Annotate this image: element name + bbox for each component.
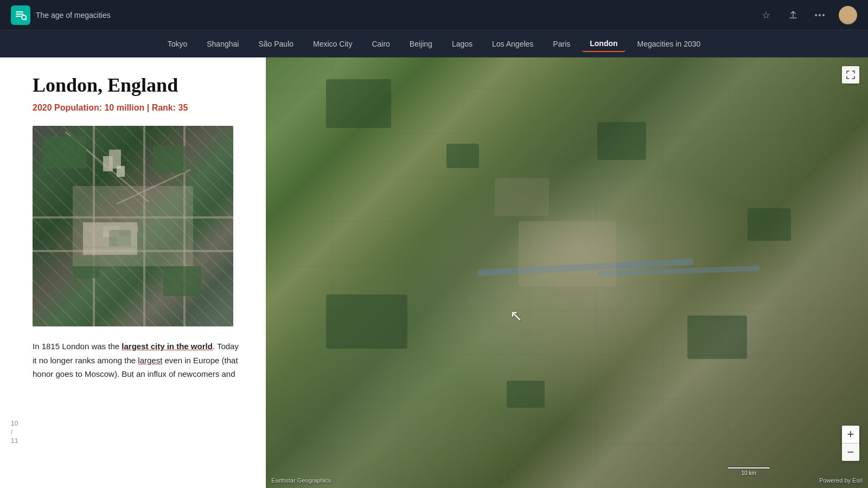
body-text-highlight: largest city in the world	[122, 342, 213, 351]
city-info-panel: 10 / 11 London, England 2020 Population:…	[0, 57, 266, 488]
map-controls-top	[842, 66, 859, 84]
nav-item-lagos[interactable]: Lagos	[444, 36, 480, 52]
body-text: In 1815 London was the largest city in t…	[33, 339, 244, 381]
header-right: ☆ •••	[757, 6, 857, 24]
scale-bar: 10 km	[727, 467, 770, 476]
navigation-bar: Tokyo Shanghai São Paulo Mexico City Cai…	[0, 30, 868, 57]
map-panel[interactable]: ↖ + −	[266, 57, 868, 488]
zoom-in-button[interactable]: +	[842, 426, 859, 443]
terrain-patch	[446, 144, 479, 168]
city-title: London, England	[33, 74, 244, 97]
map-expand-button[interactable]	[842, 66, 859, 84]
svg-line-4	[25, 19, 27, 20]
svg-point-3	[22, 15, 26, 20]
main-content: 10 / 11 London, England 2020 Population:…	[0, 57, 868, 488]
svg-rect-2	[16, 16, 21, 17]
nav-item-paris[interactable]: Paris	[545, 36, 578, 52]
nav-item-london[interactable]: London	[582, 36, 625, 52]
bookmark-button[interactable]: ☆	[757, 7, 775, 24]
app-header: The age of megacities ☆ •••	[0, 0, 868, 30]
page-total: 11	[11, 437, 18, 445]
urban-area	[519, 221, 616, 286]
map-view[interactable]: ↖ + −	[266, 57, 868, 488]
nav-item-saopaulo[interactable]: São Paulo	[251, 36, 301, 52]
nav-item-mexicocity[interactable]: Mexico City	[305, 36, 360, 52]
map-zoom-controls: + −	[842, 426, 859, 461]
avatar[interactable]	[839, 6, 857, 24]
terrain-patch	[597, 122, 646, 160]
app-logo[interactable]	[11, 5, 30, 25]
svg-rect-1	[16, 14, 23, 15]
scale-line	[727, 467, 770, 469]
map-attribution: Powered by Esri	[819, 477, 863, 484]
terrain-patch	[687, 316, 747, 359]
page-current: 10	[11, 420, 18, 427]
terrain-patch	[507, 381, 545, 408]
terrain-patch	[748, 208, 791, 241]
header-left: The age of megacities	[11, 5, 111, 25]
nav-item-tokyo[interactable]: Tokyo	[160, 36, 195, 52]
terrain-patch	[326, 294, 407, 349]
nav-item-losangeles[interactable]: Los Angeles	[484, 36, 541, 52]
nav-item-beijing[interactable]: Beijing	[402, 36, 440, 52]
svg-rect-0	[16, 11, 23, 12]
scale-label: 10 km	[741, 470, 756, 476]
nav-item-megacities2030[interactable]: Megacities in 2030	[630, 36, 709, 52]
page-numbers: 10 / 11	[11, 420, 18, 445]
share-button[interactable]	[784, 7, 802, 24]
body-text-intro: In 1815 London was the	[33, 342, 122, 351]
page-divider: /	[11, 428, 18, 436]
city-image	[33, 126, 233, 326]
nav-item-cairo[interactable]: Cairo	[364, 36, 397, 52]
nav-item-shanghai[interactable]: Shanghai	[199, 36, 246, 52]
urban-area-north	[495, 178, 549, 216]
zoom-out-button[interactable]: −	[842, 444, 859, 461]
population-info: 2020 Population: 10 million | Rank: 35	[33, 103, 244, 113]
more-options-button[interactable]: •••	[812, 7, 829, 24]
app-title: The age of megacities	[36, 11, 111, 20]
terrain-patch	[326, 79, 391, 128]
map-attribution-left: Earthstar Geographics	[271, 477, 331, 484]
